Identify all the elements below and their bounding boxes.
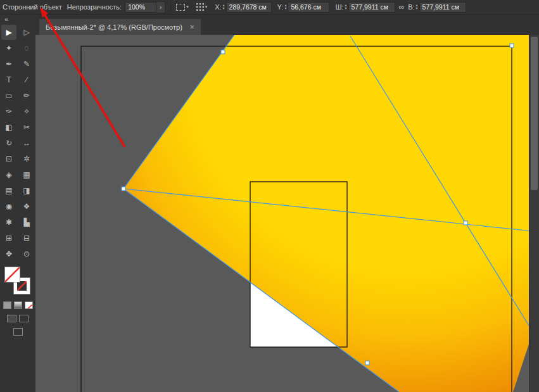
blend-tool[interactable]: ❖ [19,199,34,214]
width-input[interactable]: 577,9911 см [348,2,395,13]
anchor-point[interactable] [122,187,125,191]
rectangle-tool[interactable]: ▭ [1,88,16,103]
fill-color-swatch[interactable] [4,267,20,282]
width-tool[interactable]: ↔ [19,136,34,151]
anchor-point[interactable] [221,50,225,54]
width-stepper[interactable]: ▴▾ [345,4,347,10]
line-segment-tool[interactable]: ∕ [19,72,34,87]
control-bar: Сторонний объект Непрозрачность: 100% › … [0,0,539,15]
puppet-warp-tool[interactable]: ✲ [19,151,34,167]
slice-tool[interactable]: ⊟ [19,231,34,246]
document-tab-title: Безымянный-2* @ 4,17% (RGB/Просмотр) [46,23,182,31]
document-tab-bar: Безымянный-2* @ 4,17% (RGB/Просмотр) × [35,14,539,35]
tools-panel: « ▶▷✦◌✒✎T∕▭✏✑✧◧✂↻↔⊡✲◈▦▤◨◉❖✱▙⊞⊟✥⊙ [0,14,35,392]
reference-point-grid-icon[interactable]: ▾ [196,3,208,11]
eyedropper-tool[interactable]: ◉ [1,199,16,214]
eraser-tool[interactable]: ◧ [1,120,16,135]
paint-style-buttons [3,301,33,309]
fill-stroke-swatches [4,267,32,296]
draw-normal-button[interactable] [7,315,16,322]
y-input[interactable]: 56,676 см [288,2,329,13]
shape-builder-tool[interactable]: ◈ [1,167,16,182]
opacity-label: Непрозрачность: [67,3,122,11]
anchor-point[interactable] [365,361,369,365]
link-width-height-icon[interactable]: ∞ [399,3,405,11]
none-slash-icon [5,267,20,282]
vertical-scrollbar[interactable] [529,35,539,392]
free-transform-tool[interactable]: ⊡ [1,151,16,167]
draw-behind-button[interactable] [19,315,29,322]
curvature-tool[interactable]: ✎ [19,56,34,72]
x-input[interactable]: 289,7678 см [226,2,272,13]
opacity-input[interactable]: 100% [125,2,156,13]
direct-selection-tool[interactable]: ▷ [19,25,34,40]
height-label: В: [408,3,414,11]
pencil-tool[interactable]: ✑ [1,104,16,119]
illustrator-window: Сторонний объект Непрозрачность: 100% › … [0,0,539,392]
chevron-down-icon: ▾ [205,4,208,9]
x-stepper[interactable]: ▴▾ [223,4,225,10]
hand-tool[interactable]: ✥ [1,246,16,262]
width-label: Ш: [335,3,343,11]
chevron-down-icon: ▾ [186,4,189,9]
magic-wand-tool[interactable]: ✦ [1,41,16,56]
artwork-scene [35,35,539,392]
anchor-point[interactable] [464,221,467,225]
rotate-tool[interactable]: ↻ [1,136,16,151]
scissors-tool[interactable]: ✂ [19,120,34,135]
screen-mode-row [13,328,23,336]
y-stepper[interactable]: ▴▾ [284,4,286,10]
perspective-grid-tool[interactable]: ▦ [19,167,34,182]
screen-mode-button[interactable] [13,328,23,336]
divider [170,3,171,11]
x-label: X: [215,3,221,11]
gradient-button[interactable] [14,301,22,309]
artboard-tool[interactable]: ⊞ [1,231,16,246]
opacity-menu-button[interactable]: › [156,1,165,13]
shaper-tool[interactable]: ✧ [19,104,34,119]
anchor-point[interactable] [510,44,514,47]
document-tab[interactable]: Безымянный-2* @ 4,17% (RGB/Просмотр) × [39,19,201,35]
zoom-tool[interactable]: ⊙ [19,246,34,262]
tab-close-icon[interactable]: × [190,23,194,32]
dashed-selection-icon[interactable]: ▾ [176,4,189,11]
yellow-gradient-shape[interactable] [124,35,539,392]
gradient-tool[interactable]: ◨ [19,183,34,198]
canvas-area[interactable] [35,35,539,392]
color-button[interactable] [3,301,11,309]
height-input[interactable]: 577,9911 см [419,2,466,13]
pen-tool[interactable]: ✒ [1,56,16,72]
none-slash-icon [25,305,32,309]
none-button[interactable] [25,301,33,309]
drawing-mode-buttons [7,315,29,322]
symbol-sprayer-tool[interactable]: ✱ [1,215,16,230]
collapse-panel-icon[interactable]: « [0,14,13,23]
height-stepper[interactable]: ▴▾ [416,4,418,10]
none-slash-icon [17,281,27,291]
grid-dots-glyph [196,3,204,11]
selection-status-label: Сторонний объект [3,3,62,11]
tool-grid: ▶▷✦◌✒✎T∕▭✏✑✧◧✂↻↔⊡✲◈▦▤◨◉❖✱▙⊞⊟✥⊙ [1,25,34,262]
type-tool[interactable]: T [1,72,16,87]
column-graph-tool[interactable]: ▙ [19,215,34,230]
y-label: Y: [277,3,284,11]
vertical-scrollbar-thumb[interactable] [531,37,538,190]
dashed-rect-glyph [176,4,185,11]
paintbrush-tool[interactable]: ✏ [19,88,34,103]
mesh-tool[interactable]: ▤ [1,183,16,198]
lasso-tool[interactable]: ◌ [19,41,34,56]
selection-tool[interactable]: ▶ [1,25,16,40]
